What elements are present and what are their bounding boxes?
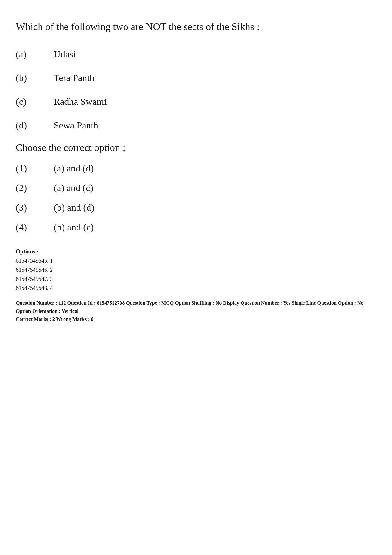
option-d: (d) Sewa Panth — [16, 118, 376, 132]
answer-option-3: (3) (b) and (d) — [16, 202, 376, 213]
answer-option-2: (2) (a) and (c) — [16, 183, 376, 193]
option-d-label: (d) — [16, 118, 54, 132]
answer-option-4: (4) (b) and (c) — [16, 222, 376, 233]
option-a: (a) Udasi — [16, 47, 376, 61]
answer-option-1: (1) (a) and (d) — [16, 163, 376, 174]
choose-heading: Choose the correct option : — [16, 142, 376, 153]
meta-line1: Question Number : 112 Question Id : 6154… — [16, 299, 376, 315]
answer-option-4-label: (4) — [16, 222, 54, 233]
answer-option-1-label: (1) — [16, 163, 54, 174]
meta-line2: Correct Marks : 2 Wrong Marks : 0 — [16, 315, 376, 323]
meta-section: Question Number : 112 Question Id : 6154… — [16, 299, 376, 323]
option-a-value: Udasi — [54, 47, 76, 61]
answer-option-2-label: (2) — [16, 183, 54, 193]
answer-option-4-value: (b) and (c) — [54, 222, 94, 233]
answer-option-2-value: (a) and (c) — [54, 183, 93, 193]
option-b-label: (b) — [16, 71, 54, 85]
options-code-1: 61547549545. 1 — [16, 256, 376, 265]
options-code-2: 61547549546. 2 — [16, 265, 376, 275]
option-c-value: Radha Swami — [54, 94, 107, 109]
options-list: (a) Udasi (b) Tera Panth (c) Radha Swami… — [16, 47, 376, 132]
answer-options-list: (1) (a) and (d) (2) (a) and (c) (3) (b) … — [16, 163, 376, 233]
option-b-value: Tera Panth — [54, 71, 95, 85]
question-text: Which of the following two are NOT the s… — [16, 19, 376, 34]
option-c: (c) Radha Swami — [16, 94, 376, 109]
options-section: Options : 61547549545. 1 61547549546. 2 … — [16, 248, 376, 293]
options-code-4: 61547549548. 4 — [16, 284, 376, 293]
answer-option-1-value: (a) and (d) — [54, 163, 94, 174]
option-d-value: Sewa Panth — [54, 118, 98, 132]
options-label: Options : — [16, 248, 376, 255]
option-b: (b) Tera Panth — [16, 71, 376, 85]
answer-option-3-label: (3) — [16, 202, 54, 213]
options-code-3: 61547549547. 3 — [16, 275, 376, 284]
option-a-label: (a) — [16, 47, 54, 61]
answer-option-3-value: (b) and (d) — [54, 202, 94, 213]
option-c-label: (c) — [16, 94, 54, 109]
